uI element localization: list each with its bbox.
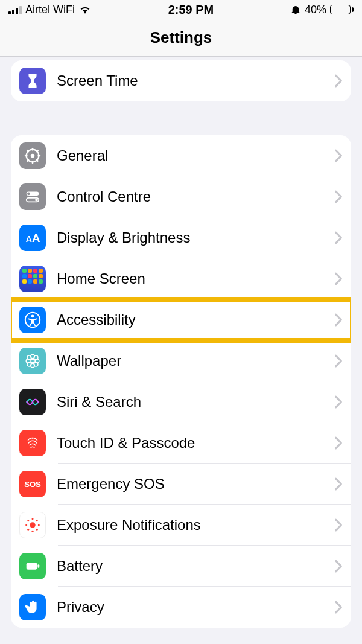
chevron-right-icon [334,477,343,491]
chevron-right-icon [334,560,343,573]
chevron-right-icon [334,518,343,532]
settings-row-touch-id-passcode[interactable]: Touch ID & Passcode [11,422,351,464]
settings-row-control-centre[interactable]: Control Centre [11,176,351,217]
chevron-right-icon [334,436,343,450]
row-label: Touch ID & Passcode [57,435,334,451]
svg-point-34 [27,520,29,521]
svg-point-31 [32,531,34,532]
settings-row-display-brightness[interactable]: AADisplay & Brightness [11,217,351,258]
row-label: Display & Brightness [57,229,334,246]
svg-point-35 [36,520,38,521]
battery-icon [19,553,46,579]
hand-icon [19,594,46,620]
carrier-label: Airtel WiFi [25,4,75,16]
svg-point-17 [31,315,34,318]
row-label: Exposure Notifications [57,517,334,534]
chevron-right-icon [334,395,343,409]
nav-header: Settings [0,19,362,57]
settings-row-battery[interactable]: Battery [11,546,351,587]
settings-row-general[interactable]: General [11,135,351,176]
svg-text:A: A [32,232,40,244]
svg-point-29 [30,522,35,528]
settings-row-wallpaper[interactable]: Wallpaper [11,340,351,381]
page-title: Settings [150,28,212,47]
row-label: Siri & Search [57,394,334,410]
row-label: Accessibility [57,311,334,328]
row-label: Wallpaper [57,352,334,369]
wifi-icon [78,3,92,16]
status-left: Airtel WiFi [8,3,92,16]
settings-row-siri-search[interactable]: Siri & Search [11,381,351,422]
svg-point-1 [31,154,35,158]
home-grid-icon [19,266,46,292]
switches-icon [19,183,46,210]
gear-icon [19,142,46,169]
accessibility-icon [19,307,46,333]
settings-row-privacy[interactable]: Privacy [11,587,351,628]
flower-icon [19,348,46,374]
sos-icon: SOS [19,471,46,497]
row-label: Screen Time [57,72,334,89]
battery-percent: 40% [305,4,326,16]
chevron-right-icon [334,313,343,327]
siri-icon [19,389,46,415]
chevron-right-icon [334,190,343,203]
svg-point-30 [32,518,34,520]
clock: 2:59 PM [168,3,214,17]
svg-text:A: A [26,234,32,244]
status-bar: Airtel WiFi 2:59 PM 40% [0,0,362,19]
text-aa-icon: AA [19,225,46,251]
battery-icon [330,5,354,14]
chevron-right-icon [334,231,343,244]
settings-row-emergency-sos[interactable]: SOSEmergency SOS [11,464,351,505]
chevron-right-icon [334,149,343,162]
svg-point-37 [36,529,38,531]
svg-point-33 [38,524,40,526]
alarm-icon [290,4,301,15]
row-label: Battery [57,558,334,575]
chevron-right-icon [334,74,343,88]
svg-point-11 [27,193,30,196]
cellular-signal-icon [8,5,22,14]
fingerprint-icon [19,430,46,456]
svg-point-32 [25,524,27,526]
row-label: General [57,147,334,164]
settings-row-home-screen[interactable]: Home Screen [11,258,351,299]
settings-group-main: GeneralControl CentreAADisplay & Brightn… [11,135,351,628]
settings-group-screentime: Screen Time [11,60,351,101]
svg-rect-38 [27,563,37,569]
status-right: 40% [290,4,354,16]
svg-point-13 [35,199,38,202]
row-label: Emergency SOS [57,476,334,493]
svg-point-36 [27,529,29,531]
svg-text:SOS: SOS [24,480,41,489]
chevron-right-icon [334,354,343,368]
settings-row-accessibility[interactable]: Accessibility [11,299,351,340]
chevron-right-icon [334,272,343,285]
row-label: Privacy [57,599,334,616]
chevron-right-icon [334,601,343,614]
exposure-icon [19,512,46,538]
highlight-accessibility: Accessibility [11,299,351,340]
row-label: Control Centre [57,188,334,205]
settings-content: Screen Time GeneralControl CentreAADispl… [0,60,362,639]
settings-row-exposure-notifications[interactable]: Exposure Notifications [11,505,351,546]
row-label: Home Screen [57,270,334,287]
svg-point-18 [31,359,34,363]
hourglass-icon [19,68,46,94]
settings-row-screen-time[interactable]: Screen Time [11,60,351,101]
svg-rect-39 [37,564,39,568]
